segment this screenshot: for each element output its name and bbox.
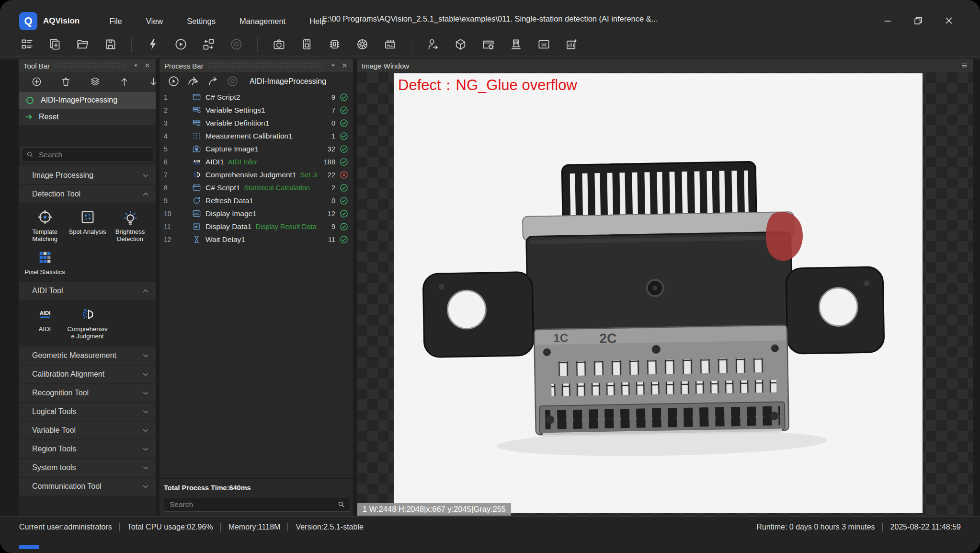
category-aidi-tool[interactable]: AIDI Tool: [19, 282, 156, 300]
category-recognition-tool[interactable]: Recognition Tool: [19, 384, 156, 402]
tool-brightness-detection[interactable]: Brightness Detection: [109, 209, 151, 243]
ps-wait-icon: [192, 235, 201, 244]
close-panel-button[interactable]: [142, 61, 152, 71]
toolbar-new-solution-button[interactable]: [47, 37, 62, 52]
ps-capture-icon: [192, 144, 201, 153]
category-logical-tools[interactable]: Logical Tools: [19, 403, 156, 421]
menu-management[interactable]: Management: [239, 15, 286, 28]
close-panel-button[interactable]: [340, 61, 349, 71]
process-step-wait-delay1[interactable]: 12Wait Delay111: [160, 233, 353, 246]
toolbar-save-solution-button[interactable]: [103, 37, 118, 52]
toolbar-project-list-button[interactable]: [19, 37, 34, 52]
process-stop-button[interactable]: [226, 75, 239, 88]
toolbar-run-continuous-button[interactable]: [173, 37, 188, 52]
delete-tool-button[interactable]: [60, 76, 71, 88]
process-step-variable-settings1[interactable]: 2Variable Settings17: [160, 104, 353, 116]
process-step-refresh-data1[interactable]: 9Refresh Data10: [160, 194, 353, 207]
add-tool-button[interactable]: [31, 76, 42, 88]
toolbar-run-once-button[interactable]: [145, 37, 160, 52]
tool-bar-header: Tool Bar: [19, 59, 156, 72]
category-communication-tool[interactable]: Communication Tool: [19, 478, 156, 495]
run-continuous-icon: [174, 38, 187, 51]
category-geometric-measurement[interactable]: Geometric Measurement: [19, 347, 156, 365]
toolbar-encoder-button[interactable]: [354, 37, 370, 52]
process-step-c-script1[interactable]: 8C# Script1Statistical Calculation2: [160, 181, 353, 194]
tool-comprehensive-judgment[interactable]: Comprehensive Judgment: [66, 307, 109, 340]
category-calibration-alignment[interactable]: Calibration Alignment: [19, 366, 156, 383]
step-status-ok-icon: [339, 105, 349, 115]
category-system-tools[interactable]: System tools: [19, 459, 156, 477]
process-step-variable-definition1[interactable]: 3Variable Definition10: [160, 116, 353, 129]
process-step-measurement-calibration1[interactable]: 4Measurement Calibration11: [160, 129, 353, 142]
save-solution-icon: [104, 38, 117, 51]
category-detection-tool[interactable]: Detection Tool: [19, 185, 156, 203]
tool-spot-analysis[interactable]: Spot Analysis: [66, 209, 109, 243]
toolbar-statistics-chart-button[interactable]: [564, 37, 579, 52]
menu-file[interactable]: File: [108, 15, 123, 28]
toolbar-window-settings-button[interactable]: [480, 37, 496, 52]
process-run-continuous-button[interactable]: [167, 75, 180, 88]
layers-tool-button[interactable]: [90, 76, 101, 88]
category-variable-tool[interactable]: Variable Tool: [19, 422, 156, 439]
category-label: Calibration Alignment: [32, 370, 104, 379]
close-window-button[interactable]: [943, 15, 955, 27]
process-step-aidi1[interactable]: 6AIDIAIDI1AIDI Infer188: [160, 155, 353, 168]
step-index: 9: [164, 197, 176, 205]
process-search-input[interactable]: [169, 500, 333, 509]
step-name-wrap: Capture Image1: [205, 145, 317, 153]
tool-bar-title: Tool Bar: [23, 62, 50, 70]
tool-categories: Image ProcessingDetection ToolTemplate M…: [19, 166, 156, 516]
tool-template-matching[interactable]: Template Matching: [23, 209, 66, 243]
step-status-error-icon: [339, 170, 349, 180]
toolbar-plc-button[interactable]: PLC: [382, 37, 398, 52]
category-label: AIDI Tool: [32, 287, 63, 295]
image-window-menu-button[interactable]: [959, 61, 969, 71]
program-status-icon: [26, 97, 34, 104]
run-continuous-icon: [168, 75, 180, 87]
tool-pixel-statistics[interactable]: Pixel Statistics: [23, 250, 66, 276]
category-region-tools[interactable]: Region Tools: [19, 440, 156, 458]
step-sublabel: Statistical Calculation: [244, 184, 310, 192]
menu-settings[interactable]: Settings: [186, 15, 217, 28]
toolbar-camera-button[interactable]: [271, 37, 286, 52]
collapse-panel-button[interactable]: [131, 61, 140, 71]
move-up-tool-button[interactable]: [119, 76, 130, 88]
toolbar-switch-solution-button[interactable]: [201, 37, 216, 52]
toolbar-io-module-button[interactable]: [327, 37, 342, 52]
process-step-comprehensive-judgment1[interactable]: 7Comprehensive Judgment1Set Judgme22: [160, 168, 353, 181]
toolbar-script-braces-button[interactable]: {v}: [536, 37, 551, 52]
minimize-button[interactable]: [881, 15, 894, 27]
toolbar-stop-button[interactable]: [228, 37, 244, 52]
image-canvas[interactable]: Defect：NG_Glue overflow: [357, 72, 973, 516]
toolbar-card-reader-button[interactable]: [299, 37, 314, 52]
process-step-run-button[interactable]: [206, 75, 219, 88]
program-item-selected[interactable]: AIDI-ImageProcessing: [19, 92, 156, 109]
collapse-panel-button[interactable]: [328, 61, 338, 71]
toolbar-user-switch-button[interactable]: [425, 37, 440, 52]
toolbar-open-solution-button[interactable]: [75, 37, 90, 52]
tool-search-input[interactable]: [38, 150, 148, 160]
process-step-capture-image1[interactable]: 5Capture Image132: [160, 142, 353, 155]
process-step-c-script2[interactable]: 1C# Script29: [160, 91, 353, 104]
step-name: AIDI1: [205, 158, 224, 166]
toolbar-var-stamp-button[interactable]: VAR: [508, 37, 524, 52]
step-sublabel: Display Result Data: [256, 223, 317, 230]
restore-button[interactable]: [912, 15, 924, 27]
step-name: Display Data1: [205, 222, 252, 231]
menu-view[interactable]: View: [145, 15, 164, 28]
step-run-count: 32: [317, 145, 335, 153]
reset-item[interactable]: Reset: [19, 109, 156, 125]
svg-text:{v}: {v}: [541, 42, 547, 47]
step-run-count: 12: [317, 210, 335, 218]
move-down-tool-button[interactable]: [148, 76, 159, 88]
tool-aidi[interactable]: AIDIAIDI: [23, 307, 66, 340]
toolbar-model-cube-button[interactable]: [453, 37, 468, 52]
process-step-display-image1[interactable]: 10Display Image112: [160, 207, 353, 220]
ps-var-def-icon: [192, 118, 201, 127]
move-down-icon: [148, 76, 159, 87]
reset-arrow-icon: [24, 112, 34, 122]
process-run-all-button[interactable]: [186, 75, 200, 88]
process-step-display-data1[interactable]: 11Display Data1Display Result Data9: [160, 220, 353, 233]
ps-script-icon: [192, 92, 201, 102]
category-image-processing[interactable]: Image Processing: [19, 166, 156, 184]
